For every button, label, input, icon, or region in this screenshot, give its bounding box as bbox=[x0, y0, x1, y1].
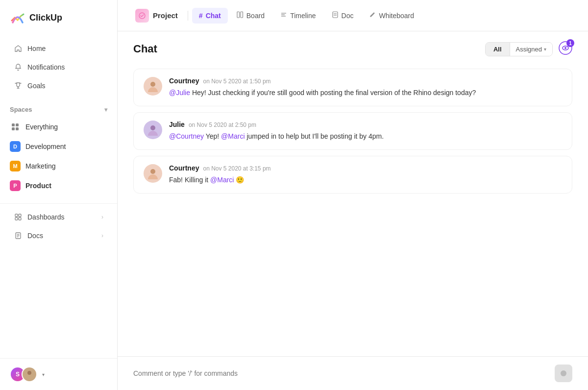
msg-author: Julie bbox=[169, 121, 185, 128]
svg-point-26 bbox=[150, 169, 155, 174]
chevron-right-icon: › bbox=[101, 214, 103, 220]
mention: @Julie bbox=[169, 89, 190, 97]
message-card: Courtney on Nov 5 2020 at 3:15 pm Fab! K… bbox=[133, 156, 572, 194]
grid-icon bbox=[10, 122, 21, 132]
hash-icon: # bbox=[199, 12, 203, 20]
sidebar-item-product[interactable]: P Product bbox=[4, 176, 113, 195]
sidebar: ClickUp Home Notifications Goals Spaces … bbox=[0, 0, 118, 390]
chevron-right-icon: › bbox=[101, 232, 103, 239]
svg-point-25 bbox=[150, 125, 155, 130]
svg-rect-2 bbox=[12, 127, 15, 130]
project-title: Project bbox=[129, 5, 184, 26]
comment-input-area bbox=[118, 356, 588, 390]
mention: @Marci bbox=[221, 132, 245, 140]
tab-board[interactable]: Board bbox=[230, 7, 271, 24]
svg-rect-5 bbox=[19, 214, 21, 217]
chevron-down-icon: ▾ bbox=[104, 106, 107, 113]
svg-rect-7 bbox=[19, 218, 21, 220]
chat-area: Chat All Assigned ▾ 1 bbox=[118, 31, 588, 390]
main-content: Project # Chat Board Timeline Doc bbox=[118, 0, 588, 390]
avatar-courtney-2 bbox=[144, 164, 162, 183]
message-card: Julie on Nov 5 2020 at 2:50 pm @Courtney… bbox=[133, 112, 572, 150]
footer-chevron-icon[interactable]: ▾ bbox=[42, 372, 45, 377]
avatar-stack: S bbox=[10, 366, 37, 382]
watch-badge: 1 bbox=[566, 39, 574, 47]
tab-timeline[interactable]: Timeline bbox=[273, 7, 322, 24]
svg-rect-14 bbox=[241, 12, 243, 18]
dashboards-icon bbox=[14, 213, 23, 221]
sidebar-item-goals[interactable]: Goals bbox=[4, 76, 113, 95]
tab-divider bbox=[188, 11, 188, 21]
svg-rect-13 bbox=[237, 12, 240, 18]
msg-text: @Courtney Yep! @Marci jumped in to help … bbox=[169, 131, 562, 142]
sidebar-item-notifications[interactable]: Notifications bbox=[4, 58, 113, 76]
sidebar-footer: S ▾ bbox=[0, 358, 117, 390]
doc-icon bbox=[332, 11, 339, 20]
svg-rect-4 bbox=[15, 214, 18, 217]
chat-header: Chat All Assigned ▾ 1 bbox=[118, 31, 588, 65]
svg-point-12 bbox=[27, 371, 31, 375]
logo-text: ClickUp bbox=[29, 13, 62, 23]
svg-rect-1 bbox=[16, 123, 19, 126]
marketing-avatar: M bbox=[10, 161, 21, 171]
clickup-logo-icon bbox=[10, 10, 25, 25]
sidebar-nav: Home Notifications Goals bbox=[0, 35, 117, 99]
docs-icon bbox=[14, 231, 23, 240]
board-icon bbox=[237, 11, 244, 20]
bell-icon bbox=[14, 63, 23, 72]
msg-text: Fab! Killing it @Marci 🙂 bbox=[169, 175, 562, 185]
sidebar-item-development[interactable]: D Development bbox=[4, 137, 113, 156]
sidebar-item-everything[interactable]: Everything bbox=[4, 117, 113, 137]
watch-button[interactable]: 1 bbox=[559, 41, 572, 57]
svg-rect-18 bbox=[333, 12, 338, 18]
avatar-julie bbox=[144, 121, 162, 139]
project-icon bbox=[135, 9, 149, 23]
msg-time: on Nov 5 2020 at 2:50 pm bbox=[189, 122, 256, 128]
tab-whiteboard[interactable]: Whiteboard bbox=[362, 7, 421, 24]
svg-point-24 bbox=[150, 82, 155, 87]
mention: @Marci bbox=[210, 176, 234, 184]
tab-doc[interactable]: Doc bbox=[325, 7, 361, 24]
sidebar-bottom-nav: Dashboards › Docs › bbox=[0, 203, 117, 245]
mention: @Courtney bbox=[169, 132, 204, 140]
chevron-down-icon: ▾ bbox=[544, 47, 546, 52]
comment-input[interactable] bbox=[133, 369, 549, 377]
trophy-icon bbox=[14, 81, 23, 90]
filter-buttons: All Assigned ▾ bbox=[485, 42, 553, 56]
avatar-courtney bbox=[144, 77, 162, 96]
svg-rect-6 bbox=[15, 218, 18, 220]
sidebar-item-marketing[interactable]: M Marketing bbox=[4, 156, 113, 176]
message-card: Courtney on Nov 5 2020 at 1:50 pm @Julie… bbox=[133, 69, 572, 106]
svg-point-23 bbox=[564, 47, 566, 49]
chat-title: Chat bbox=[133, 43, 157, 55]
svg-rect-0 bbox=[12, 123, 15, 126]
msg-author: Courtney bbox=[169, 77, 199, 85]
top-nav: Project # Chat Board Timeline Doc bbox=[118, 0, 588, 31]
svg-point-27 bbox=[561, 370, 566, 376]
sidebar-item-docs[interactable]: Docs › bbox=[4, 226, 113, 245]
sidebar-item-home[interactable]: Home bbox=[4, 39, 113, 58]
filter-all-button[interactable]: All bbox=[486, 43, 510, 56]
tab-chat[interactable]: # Chat bbox=[192, 8, 228, 24]
product-avatar: P bbox=[10, 180, 21, 191]
user-avatar-photo bbox=[22, 366, 37, 382]
home-icon bbox=[14, 44, 23, 53]
timeline-icon bbox=[280, 11, 287, 20]
send-button[interactable] bbox=[555, 365, 572, 382]
msg-time: on Nov 5 2020 at 1:50 pm bbox=[203, 78, 270, 85]
msg-time: on Nov 5 2020 at 3:15 pm bbox=[203, 165, 270, 172]
send-icon bbox=[560, 369, 567, 377]
messages-list: Courtney on Nov 5 2020 at 1:50 pm @Julie… bbox=[118, 65, 588, 356]
msg-author: Courtney bbox=[169, 164, 199, 172]
whiteboard-icon bbox=[369, 11, 376, 20]
filter-assigned-button[interactable]: Assigned ▾ bbox=[510, 43, 552, 56]
spaces-list: Everything D Development M Marketing P P… bbox=[0, 117, 117, 195]
development-avatar: D bbox=[10, 141, 21, 152]
sidebar-item-dashboards[interactable]: Dashboards › bbox=[4, 208, 113, 226]
msg-text: @Julie Hey! Just checking if you're stil… bbox=[169, 88, 562, 98]
spaces-header[interactable]: Spaces ▾ bbox=[0, 99, 117, 117]
logo[interactable]: ClickUp bbox=[0, 0, 117, 35]
svg-rect-3 bbox=[16, 127, 19, 130]
